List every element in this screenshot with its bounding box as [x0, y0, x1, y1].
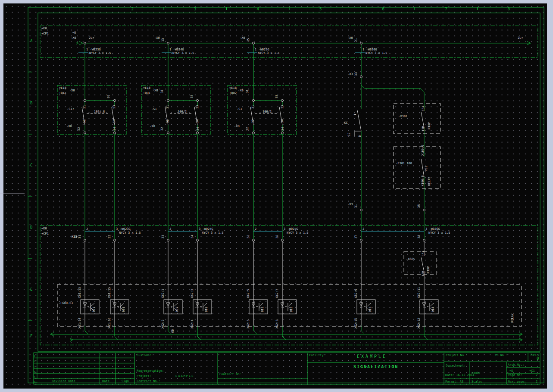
schematic-label: X100:9 [421, 145, 425, 156]
schematic-label: 34 [281, 127, 284, 131]
sign-col-header: Sign [122, 379, 129, 383]
frame-column-number: 2 [131, 7, 134, 11]
rev-col-header: Rev [34, 380, 37, 384]
schematic-label: X61:15 [108, 287, 111, 298]
drawing-title: SIGNALIZATION [353, 365, 398, 369]
schematic-label: 3 -W024G [199, 227, 213, 231]
contract-label: Contract No.: [137, 379, 160, 383]
schematic-label: 13 [161, 38, 165, 42]
page-no-value: 2 [536, 373, 537, 377]
contract2-label: Contract No: [219, 373, 241, 376]
schematic-label: 34 [196, 127, 200, 131]
schematic-label: 3 -W023G [116, 227, 131, 231]
schematic-label: RTXP [428, 122, 431, 129]
book-label: Book: [472, 371, 481, 375]
next-page-label: Next page: [508, 380, 526, 383]
arch-no-label: Arch.No.: [508, 363, 524, 367]
schematic-label: 33 [190, 95, 194, 98]
schematic-label: NYCY 3 x 1.5 [202, 231, 224, 235]
schematic-label: 21 [354, 38, 358, 42]
schematic-label: 33 [354, 72, 358, 76]
schematic-label: 54 [113, 127, 116, 131]
location-value: =E [509, 369, 513, 373]
schematic-label: 2 [362, 227, 364, 231]
schematic-label: 99 [107, 95, 110, 98]
frame-row-letter: F [30, 334, 32, 338]
schematic-label: X62:1 [161, 289, 165, 298]
schematic-label: 34 [191, 235, 194, 238]
schematic-label: 60 [171, 329, 175, 333]
td-no-label: TD No.: [495, 354, 508, 357]
schematic-label: X62:10 [354, 318, 358, 329]
schematic-label: X62:3 [191, 289, 194, 298]
schematic-label: 13A [422, 106, 425, 111]
schematic-label: NYCY 3 x 1.5 [172, 51, 194, 55]
schematic-label: 53 [112, 105, 116, 109]
drawing-canvas[interactable] [3, 3, 547, 389]
schematic-label: 36 [275, 235, 279, 238]
schematic-label: 31 [354, 204, 358, 208]
schematic-label: B10 [205, 307, 208, 312]
schematic-label: 15B [422, 271, 425, 276]
schematic-label: NYCY 3 x 1.5 [89, 51, 111, 55]
schematic-label: X62:7 [275, 289, 279, 298]
schematic-label: X62:8 [275, 320, 279, 329]
schematic-label: X62:2 [161, 320, 165, 329]
schematic-label: -S1 [237, 107, 242, 111]
schematic-label: 31 [166, 105, 169, 109]
frame-column-number: 1 [69, 7, 71, 11]
panel-value: +C1 [529, 369, 535, 373]
schematic-label: 3 -W026G [425, 227, 440, 231]
schematic-label: 12 [347, 133, 351, 136]
rev-value: 0 [537, 357, 539, 360]
schematic-label: -X3 [347, 203, 353, 206]
rev-letter-c: C [34, 365, 35, 368]
schematic-label: 32 [246, 127, 249, 131]
revision-note-header: Revision note [52, 379, 75, 383]
schematic-label: 54 [112, 119, 116, 123]
schematic-label: 52 [77, 127, 81, 131]
project-no-label: Project No.: [446, 354, 468, 357]
schematic-label: -X0 [69, 89, 75, 92]
schematic-label: NYCY 3 x 1.5 [287, 231, 309, 235]
cad-application-window: =E0+CP12L+=E-X01 -W023GNYCY 3 x 1.5-X013… [0, 0, 553, 392]
schematic-label: RTXP [427, 266, 430, 273]
schematic-label: 2 [169, 227, 171, 231]
schematic-label: B08 [122, 307, 125, 312]
schematic-label: 15A [422, 251, 425, 256]
schematic-label: B13 [369, 307, 372, 312]
schematic-label: 1 -W025G [255, 48, 269, 51]
customer-label: Customer: [137, 354, 153, 357]
schematic-label: -X0 [66, 125, 72, 128]
schematic-label: 33 [275, 95, 278, 98]
schematic-label: 105/.8 [94, 110, 105, 113]
schematic-label: 8 [358, 135, 362, 137]
schematic-label: 2 [255, 227, 256, 231]
schematic-label: 1 [353, 114, 357, 116]
schematic-label: X100:8 [421, 176, 425, 186]
format-label: Format: A3 [445, 380, 463, 383]
schematic-label: =E18 [229, 86, 237, 90]
schematic-label: -S17 [67, 107, 74, 111]
schematic-label: 51 [83, 105, 86, 109]
schematic-label: 106/2 [178, 110, 187, 113]
schematic-label: 33 [196, 105, 199, 109]
schematic-label: NYCY 3 x 1.5 [258, 51, 280, 55]
schematic-label: B14 [431, 307, 435, 312]
schematic-label: NYCY 3 x 1.5 [428, 231, 450, 235]
frame-row-letter: B [30, 101, 32, 105]
schematic-label: +CP1 [41, 232, 49, 235]
schematic-label: 35 [417, 204, 421, 208]
rev-letter-b: B [34, 370, 35, 373]
schematic-label: 31 [246, 90, 249, 93]
schematic-label: 13B [422, 126, 425, 132]
schematic-label: -F600.61 [59, 301, 73, 305]
schematic-label: X62:11 [417, 287, 421, 298]
schematic-label: 2L+ [518, 36, 523, 40]
schematic-label: 32 [166, 119, 169, 123]
schematic-label: -X0 [347, 36, 353, 40]
schematic-label: +QA1 [59, 91, 66, 95]
schematic-label: 1 -W024G [169, 48, 184, 51]
schematic-label: +QB2 [229, 91, 237, 95]
date-col-header: Date [102, 379, 109, 383]
